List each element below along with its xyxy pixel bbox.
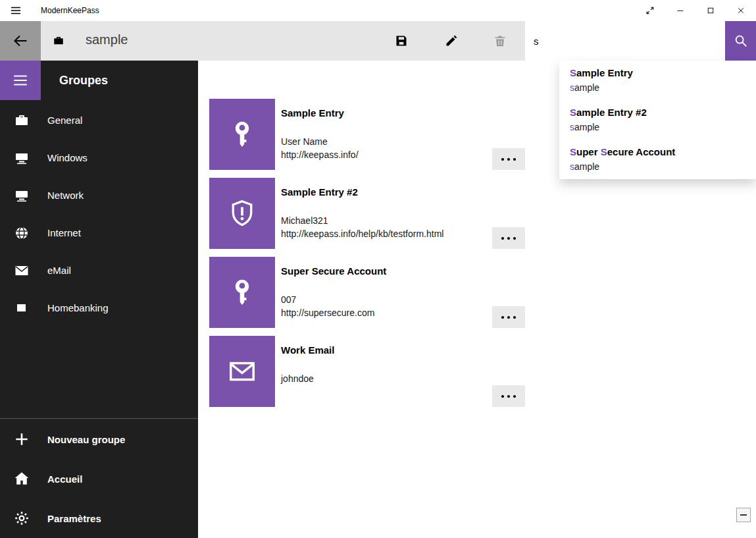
- edit-pencil-icon: [445, 34, 458, 47]
- ellipsis-icon: [501, 157, 517, 161]
- globe-icon: [13, 225, 30, 241]
- suggestion-title: Super Secure Account: [570, 146, 756, 159]
- sidebar-item-label: Paramètres: [47, 513, 101, 524]
- appbar: sample: [0, 21, 756, 61]
- sidebar-item-label: General: [47, 115, 82, 126]
- trash-icon: [493, 34, 507, 47]
- search-icon: [734, 34, 748, 48]
- entry-title: Work Email: [281, 344, 334, 356]
- entry-info: Sample Entry User Name http://keepass.in…: [281, 99, 359, 170]
- envelope-icon: [13, 263, 30, 279]
- sidebar-item-label: Windows: [47, 152, 88, 163]
- ellipsis-icon: [501, 236, 517, 240]
- ellipsis-icon: [501, 394, 517, 398]
- entry-title: Sample Entry: [281, 107, 359, 119]
- key-icon: [209, 257, 275, 328]
- more-options-button[interactable]: [492, 306, 525, 328]
- suggestion-subtitle: sample: [570, 160, 756, 173]
- entry-username: johndoe: [281, 372, 334, 385]
- sidebar-item-label: Internet: [47, 227, 81, 238]
- entry-row-sample-entry[interactable]: Sample Entry User Name http://keepass.in…: [209, 99, 525, 170]
- entry-info: Sample Entry #2 Michael321 http://keepas…: [281, 178, 443, 249]
- suggestion-super-secure-account[interactable]: Super Secure Account sample: [559, 140, 756, 179]
- sidebar-item-homebanking[interactable]: Homebanking: [0, 289, 198, 327]
- entry-row-work-email[interactable]: Work Email johndoe: [209, 336, 525, 407]
- sidebar: Groupes General Windows Network Internet: [0, 61, 198, 538]
- entry-username: Michael321: [281, 214, 443, 227]
- sidebar-heading: Groupes: [59, 61, 108, 100]
- sidebar-divider: [0, 418, 198, 419]
- sidebar-item-settings[interactable]: Paramètres: [0, 498, 198, 538]
- sidebar-actions: Nouveau groupe Accueil Paramètres: [0, 419, 198, 538]
- sidebar-item-label: Nouveau groupe: [47, 434, 125, 445]
- minimize-icon[interactable]: [665, 0, 695, 21]
- semantic-zoom-out-button[interactable]: [736, 508, 751, 522]
- workstation-icon: [13, 150, 30, 166]
- card-icon: [13, 300, 30, 316]
- titlebar: ModernKeePass: [0, 0, 756, 21]
- home-icon: [13, 470, 30, 487]
- shield-alert-icon: [209, 178, 275, 249]
- save-icon: [395, 34, 408, 47]
- entry-username: 007: [281, 293, 386, 306]
- ellipsis-icon: [501, 315, 517, 319]
- entry-url: http://keepass.info/help/kb/testform.htm…: [281, 227, 443, 240]
- suggestion-sample-entry-2[interactable]: Sample Entry #2 sample: [559, 100, 756, 140]
- entry-info: Super Secure Account 007 http://supersec…: [281, 257, 386, 328]
- sidebar-item-label: eMail: [47, 265, 71, 276]
- search-button[interactable]: [725, 21, 756, 61]
- suggestion-title: Sample Entry #2: [570, 106, 756, 119]
- back-arrow-icon: [13, 33, 28, 49]
- entry-url: http://keepass.info/: [281, 148, 359, 161]
- entry-row-sample-entry-2[interactable]: Sample Entry #2 Michael321 http://keepas…: [209, 178, 525, 249]
- sidebar-item-new-group[interactable]: Nouveau groupe: [0, 419, 198, 459]
- suggestion-subtitle: sample: [570, 81, 756, 94]
- hamburger-icon: [12, 72, 29, 89]
- sidebar-hamburger-button[interactable]: [0, 61, 41, 100]
- suggestion-title: Sample Entry: [570, 67, 756, 80]
- window-controls: [635, 0, 756, 21]
- entry-row-super-secure-account[interactable]: Super Secure Account 007 http://supersec…: [209, 257, 525, 328]
- sidebar-item-label: Homebanking: [47, 302, 109, 313]
- suggestion-subtitle: sample: [570, 121, 756, 134]
- window-title: ModernKeePass: [41, 6, 99, 15]
- entry-url: http://supersecure.com: [281, 306, 386, 319]
- search-input[interactable]: [525, 21, 725, 61]
- envelope-icon: [209, 336, 275, 407]
- entry-title: Sample Entry #2: [281, 186, 443, 198]
- entry-username: User Name: [281, 135, 359, 148]
- edit-button[interactable]: [436, 21, 467, 61]
- sidebar-item-email[interactable]: eMail: [0, 252, 198, 289]
- search-suggestions: Sample Entry sample Sample Entry #2 samp…: [559, 61, 756, 179]
- fullscreen-icon[interactable]: [635, 0, 665, 21]
- sidebar-item-home[interactable]: Accueil: [0, 459, 198, 498]
- database-title: sample: [86, 32, 128, 47]
- sidebar-item-windows[interactable]: Windows: [0, 139, 198, 176]
- plus-icon: [13, 431, 30, 448]
- more-options-button[interactable]: [492, 227, 525, 249]
- sidebar-item-internet[interactable]: Internet: [0, 214, 198, 252]
- key-icon: [209, 99, 275, 170]
- entry-info: Work Email johndoe: [281, 336, 334, 407]
- minus-icon: [740, 514, 747, 516]
- entry-title: Super Secure Account: [281, 265, 386, 277]
- briefcase-icon: [13, 113, 30, 128]
- save-button[interactable]: [386, 21, 417, 61]
- sidebar-item-label: Network: [47, 190, 84, 201]
- search-box: [525, 21, 725, 61]
- suggestion-sample-entry[interactable]: Sample Entry sample: [559, 61, 756, 100]
- titlebar-hamburger-icon[interactable]: [0, 0, 32, 21]
- delete-button[interactable]: [484, 21, 516, 61]
- sidebar-item-network[interactable]: Network: [0, 176, 198, 214]
- maximize-icon[interactable]: [695, 0, 726, 21]
- more-options-button[interactable]: [492, 385, 525, 407]
- database-icon: [53, 35, 64, 47]
- workstation-icon: [13, 188, 30, 203]
- sidebar-item-general[interactable]: General: [0, 101, 198, 139]
- more-options-button[interactable]: [492, 148, 525, 170]
- back-button[interactable]: [0, 21, 41, 61]
- close-icon[interactable]: [726, 0, 756, 21]
- group-list: General Windows Network Internet eMail: [0, 101, 198, 327]
- sidebar-item-label: Accueil: [47, 473, 82, 485]
- gear-icon: [13, 510, 30, 526]
